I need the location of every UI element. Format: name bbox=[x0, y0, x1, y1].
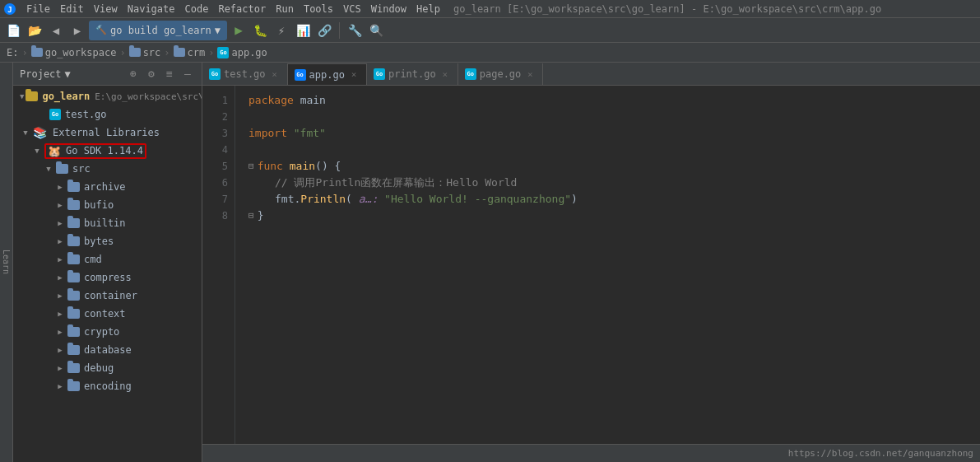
testgo-tab-icon: Go bbox=[209, 68, 221, 80]
main-layout: Learn Project ▼ ⊕ ⚙ ≡ — go_learn E:\go_w… bbox=[0, 63, 980, 462]
cmd-arrow bbox=[54, 254, 66, 265]
appgo-tab-label: app.go bbox=[309, 69, 345, 81]
debug-btn[interactable]: 🐛 bbox=[250, 21, 270, 40]
menu-view[interactable]: View bbox=[89, 0, 123, 18]
build-icon: 🔨 bbox=[95, 25, 107, 35]
tree-item-compress[interactable]: compress bbox=[13, 268, 202, 287]
code-line-1: package main bbox=[248, 92, 967, 109]
tree-item-bytes[interactable]: bytes bbox=[13, 232, 202, 250]
appgo-tab-close[interactable]: × bbox=[348, 69, 360, 81]
tab-printgo[interactable]: Go print.go × bbox=[367, 63, 458, 85]
toolbar-divider bbox=[339, 22, 340, 39]
code-editor[interactable]: 1 2 3 4 5 6 7 8 package main import "fmt… bbox=[202, 86, 980, 444]
breadcrumb-drive[interactable]: E: bbox=[7, 47, 18, 58]
tree-item-bufio[interactable]: bufio bbox=[13, 196, 202, 214]
tree-item-extlibs[interactable]: 📚 External Libraries bbox=[13, 124, 202, 142]
panel-settings-btn[interactable]: ≡ bbox=[162, 67, 177, 82]
tab-appgo[interactable]: Go app.go × bbox=[288, 63, 367, 85]
menu-bar: J File Edit View Navigate Code Refactor … bbox=[0, 0, 980, 18]
container-arrow bbox=[54, 290, 66, 301]
tree-item-gosdk[interactable]: 🐹 Go SDK 1.14.4 bbox=[13, 142, 202, 160]
settings-btn[interactable]: 🔧 bbox=[345, 21, 365, 40]
testgo-tab-close[interactable]: × bbox=[269, 68, 281, 80]
breadcrumb-workspace[interactable]: go_workspace bbox=[31, 47, 117, 58]
pagego-tab-label: page.go bbox=[480, 68, 522, 80]
encoding-arrow bbox=[54, 380, 66, 392]
debug-arrow bbox=[54, 362, 66, 374]
code-content[interactable]: package main import "fmt" ⊟func main() {… bbox=[235, 86, 980, 444]
back-btn[interactable]: ◀ bbox=[46, 21, 66, 40]
extlibs-arrow bbox=[20, 127, 31, 138]
code-line-3: import "fmt" bbox=[248, 125, 967, 142]
src-folder-icon-tree bbox=[56, 164, 68, 174]
pagego-tab-close[interactable]: × bbox=[524, 68, 536, 80]
panel-add-btn[interactable]: ⊕ bbox=[126, 67, 141, 82]
tab-pagego[interactable]: Go page.go × bbox=[458, 63, 544, 85]
param-hint: a…: bbox=[359, 191, 378, 208]
fold-icon-5[interactable]: ⊟ bbox=[248, 158, 254, 175]
breadcrumb-sep-3: › bbox=[164, 47, 170, 58]
cmd-folder-icon bbox=[67, 254, 80, 264]
run-coverage-btn[interactable]: ⚡ bbox=[272, 21, 291, 40]
breadcrumb-file[interactable]: Go app.go bbox=[217, 47, 267, 58]
profile-btn[interactable]: 📊 bbox=[293, 21, 313, 40]
menu-window[interactable]: Window bbox=[366, 0, 411, 18]
breadcrumb-crm[interactable]: crm bbox=[174, 47, 206, 58]
printgo-tab-close[interactable]: × bbox=[439, 68, 451, 80]
root-label: go_learn bbox=[42, 91, 90, 102]
status-url: https://blog.csdn.net/ganquanzhong bbox=[788, 448, 973, 459]
tree-item-database[interactable]: database bbox=[13, 341, 202, 359]
testgo-tab-label: test.go bbox=[224, 68, 266, 80]
editor-area: Go test.go × Go app.go × Go print.go × G… bbox=[202, 63, 980, 462]
panel-minimize-btn[interactable]: — bbox=[180, 67, 195, 82]
tree-item-testgo[interactable]: Go test.go bbox=[13, 105, 202, 124]
line-numbers: 1 2 3 4 5 6 7 8 bbox=[202, 86, 235, 444]
context-label: context bbox=[84, 308, 126, 320]
run-btn[interactable]: ▶ bbox=[229, 21, 248, 40]
tree-item-container[interactable]: container bbox=[13, 287, 202, 305]
search-btn[interactable]: 🔍 bbox=[366, 21, 386, 40]
build-config[interactable]: 🔨 go build go_learn ▼ bbox=[89, 21, 227, 40]
printgo-tab-icon: Go bbox=[374, 68, 385, 80]
tab-testgo[interactable]: Go test.go × bbox=[202, 63, 288, 85]
gosdk-icon: 🐹 bbox=[48, 145, 61, 157]
code-line-6: // 调用Println函数在屏幕输出：Hello World bbox=[248, 175, 967, 191]
panel-dropdown-icon[interactable]: ▼ bbox=[65, 68, 71, 80]
code-line-4 bbox=[248, 142, 967, 158]
menu-help[interactable]: Help bbox=[411, 0, 445, 18]
crypto-arrow bbox=[54, 326, 66, 338]
learn-panel-label[interactable]: Learn bbox=[0, 63, 13, 462]
menu-navigate[interactable]: Navigate bbox=[123, 0, 180, 18]
gosdk-label: Go SDK 1.14.4 bbox=[66, 145, 143, 156]
attach-btn[interactable]: 🔗 bbox=[314, 21, 334, 40]
tree-item-cmd[interactable]: cmd bbox=[13, 250, 202, 268]
breadcrumb-sep-4: › bbox=[208, 47, 214, 58]
database-arrow bbox=[54, 344, 66, 356]
tree-item-debug[interactable]: debug bbox=[13, 359, 202, 377]
menu-refactor[interactable]: Refactor bbox=[213, 0, 271, 18]
line-num-1: 1 bbox=[202, 92, 235, 109]
line-num-4: 4 bbox=[202, 142, 235, 158]
panel-gear-btn[interactable]: ⚙ bbox=[144, 67, 159, 82]
tree-item-src[interactable]: src bbox=[13, 160, 202, 178]
new-file-btn[interactable]: 📄 bbox=[3, 21, 23, 40]
menu-vcs[interactable]: VCS bbox=[338, 0, 366, 18]
compress-arrow bbox=[54, 272, 66, 283]
open-btn[interactable]: 📂 bbox=[25, 21, 44, 40]
tree-item-context[interactable]: context bbox=[13, 305, 202, 323]
forward-btn[interactable]: ▶ bbox=[67, 21, 87, 40]
fold-icon-8[interactable]: ⊟ bbox=[248, 208, 254, 224]
extlibs-icon: 📚 bbox=[33, 126, 47, 139]
tree-item-builtin[interactable]: builtin bbox=[13, 214, 202, 232]
breadcrumb-src[interactable]: src bbox=[129, 47, 161, 58]
breadcrumb-drive-label: E: bbox=[7, 47, 18, 58]
tree-item-archive[interactable]: archive bbox=[13, 178, 202, 196]
tree-item-crypto[interactable]: crypto bbox=[13, 323, 202, 341]
tree-item-encoding[interactable]: encoding bbox=[13, 377, 202, 395]
menu-code[interactable]: Code bbox=[180, 0, 214, 18]
tree-item-root[interactable]: go_learn E:\go_workspace\src\go_learn bbox=[13, 87, 202, 105]
menu-file[interactable]: File bbox=[21, 0, 55, 18]
menu-tools[interactable]: Tools bbox=[299, 0, 338, 18]
menu-run[interactable]: Run bbox=[271, 0, 299, 18]
menu-edit[interactable]: Edit bbox=[55, 0, 89, 18]
